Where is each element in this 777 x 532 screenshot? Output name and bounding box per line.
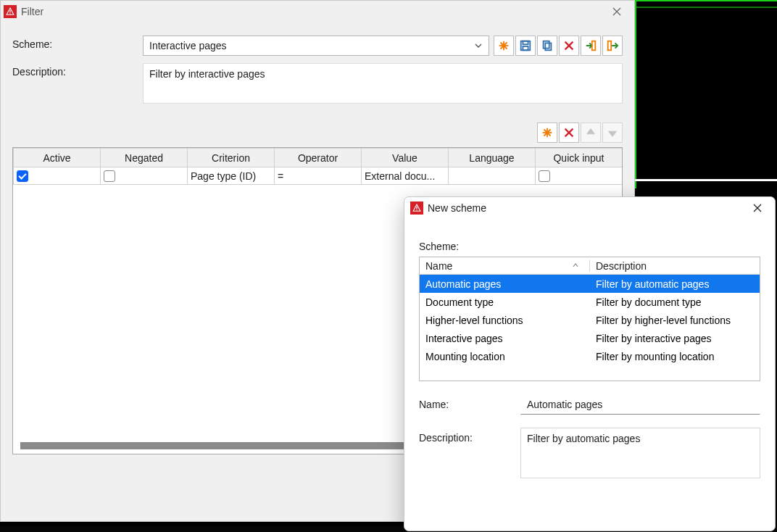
new-scheme-description-label: Description: <box>419 428 520 444</box>
criteria-table[interactable]: Active Negated Criterion Operator Value … <box>13 148 623 185</box>
svg-rect-8 <box>523 46 528 50</box>
list-item-name: Higher-level functions <box>420 315 590 326</box>
list-item-desc: Filter by automatic pages <box>590 278 715 290</box>
description-value: Filter by interactive pages <box>149 68 265 80</box>
svg-rect-12 <box>608 41 612 51</box>
list-item[interactable]: Mounting locationFilter by mounting loca… <box>420 347 760 365</box>
list-item[interactable]: Document typeFilter by document type <box>420 293 760 311</box>
col-operator[interactable]: Operator <box>275 149 362 167</box>
svg-rect-11 <box>592 41 596 51</box>
list-item-desc: Filter by higher-level functions <box>590 315 736 326</box>
new-scheme-titlebar: New scheme <box>404 197 775 219</box>
scheme-list-col-desc[interactable]: Description <box>590 260 652 272</box>
list-item-name: Interactive pages <box>420 333 590 344</box>
criteria-toolbar <box>1 118 634 147</box>
col-active[interactable]: Active <box>14 149 101 167</box>
list-item-name: Automatic pages <box>420 278 590 290</box>
new-scheme-title: New scheme <box>428 202 486 214</box>
delete-criterion-button[interactable] <box>559 122 579 143</box>
close-button[interactable] <box>743 198 772 218</box>
app-icon <box>410 201 423 215</box>
list-item-name: Document type <box>420 296 590 308</box>
list-item-desc: Filter by mounting location <box>590 351 720 362</box>
list-item[interactable]: Interactive pagesFilter by interactive p… <box>420 329 760 347</box>
description-textbox[interactable]: Filter by interactive pages <box>143 63 623 104</box>
scheme-dropdown-value: Interactive pages <box>149 40 227 51</box>
scheme-list-col-name[interactable]: Name <box>420 260 590 272</box>
list-item[interactable]: Higher-level functionsFilter by higher-l… <box>420 311 760 329</box>
filter-titlebar: Filter <box>1 1 634 22</box>
export-scheme-button[interactable] <box>602 36 623 56</box>
save-scheme-button[interactable] <box>515 36 536 56</box>
app-icon <box>4 5 17 18</box>
list-item-name: Mounting location <box>420 351 590 362</box>
new-scheme-name-label: Name: <box>419 394 520 410</box>
new-criterion-button[interactable] <box>537 122 557 143</box>
list-item-desc: Filter by interactive pages <box>590 333 718 344</box>
language-cell[interactable] <box>449 167 536 185</box>
list-item[interactable]: Automatic pagesFilter by automatic pages <box>420 275 760 293</box>
move-down-button[interactable] <box>602 122 623 143</box>
list-item-desc: Filter by document type <box>590 296 707 308</box>
scheme-list[interactable]: Name Description Automatic pagesFilter b… <box>419 257 760 381</box>
scheme-label: Scheme: <box>12 36 143 50</box>
new-scheme-description-input[interactable]: Filter by automatic pages <box>520 428 760 478</box>
chevron-down-icon <box>474 41 483 52</box>
new-scheme-scheme-label: Scheme: <box>419 241 760 252</box>
close-button[interactable] <box>602 1 631 22</box>
import-scheme-button[interactable] <box>581 36 601 56</box>
col-value[interactable]: Value <box>362 149 449 167</box>
filter-title: Filter <box>21 6 43 17</box>
criterion-cell[interactable]: Page type (ID) <box>188 167 275 185</box>
svg-rect-9 <box>544 41 549 49</box>
col-criterion[interactable]: Criterion <box>188 149 275 167</box>
active-checkbox[interactable] <box>17 170 28 182</box>
description-label: Description: <box>12 63 143 78</box>
scheme-list-header: Name Description <box>420 257 760 275</box>
value-cell[interactable]: External docu... <box>362 167 449 185</box>
table-row[interactable]: Page type (ID)=External docu... <box>14 167 623 185</box>
svg-rect-7 <box>523 41 528 45</box>
copy-scheme-button[interactable] <box>537 36 557 56</box>
sort-asc-icon <box>572 262 583 270</box>
new-scheme-name-input[interactable] <box>520 394 760 415</box>
delete-scheme-button[interactable] <box>559 36 579 56</box>
scheme-toolbar <box>494 36 623 56</box>
negated-checkbox[interactable] <box>104 170 115 182</box>
new-scheme-dialog: New scheme Scheme: Name Description Auto… <box>404 196 776 531</box>
col-quick-input[interactable]: Quick input <box>536 149 623 167</box>
col-negated[interactable]: Negated <box>101 149 188 167</box>
svg-point-1 <box>9 13 10 14</box>
scheme-dropdown[interactable]: Interactive pages <box>143 36 489 56</box>
quick-input-checkbox[interactable] <box>539 170 550 182</box>
svg-rect-10 <box>545 43 551 50</box>
col-language[interactable]: Language <box>449 149 536 167</box>
move-up-button[interactable] <box>581 122 601 143</box>
svg-point-18 <box>416 209 417 210</box>
operator-cell[interactable]: = <box>275 167 362 185</box>
new-scheme-button[interactable] <box>494 36 514 56</box>
